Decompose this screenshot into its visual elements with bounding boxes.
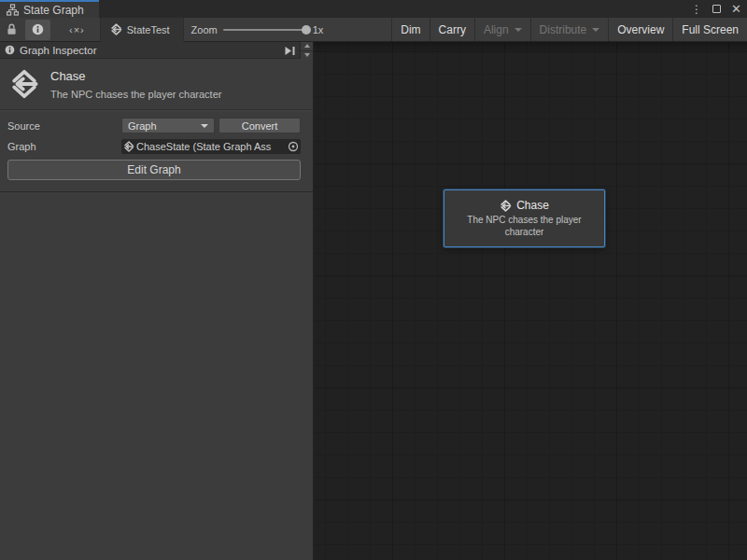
source-field-row: Source Graph Convert	[7, 118, 301, 133]
lock-button[interactable]	[0, 18, 23, 42]
node-description: The NPC chases the player character	[454, 215, 596, 238]
window-menu-icon[interactable]: ⋮	[691, 4, 702, 15]
breadcrumb-label: StateTest	[127, 24, 170, 35]
graph-inspector-panel: Graph Inspector	[0, 42, 314, 560]
maximize-icon[interactable]	[712, 5, 721, 13]
state-summary-section: Chase The NPC chases the player characte…	[0, 59, 313, 110]
graph-fields-section: Source Graph Convert Graph	[0, 110, 313, 192]
carry-label: Carry	[439, 23, 466, 36]
convert-button[interactable]: Convert	[218, 118, 301, 133]
zoom-value: 1x	[313, 24, 324, 35]
align-button[interactable]: Align	[474, 18, 530, 41]
source-dropdown[interactable]: Graph	[121, 118, 215, 133]
window-controls: ⋮ ✕	[691, 0, 741, 18]
dock-right-icon	[284, 46, 296, 56]
graph-toolbar: ‹×› StateTest Zoom	[0, 18, 747, 42]
zoom-control: Zoom 1x	[191, 24, 324, 35]
info-icon	[32, 23, 44, 35]
triangle-up-icon	[304, 44, 310, 48]
convert-label: Convert	[242, 120, 278, 132]
chevron-down-icon	[592, 28, 599, 32]
state-graph-window: State Graph ⋮ ✕	[0, 0, 747, 560]
object-picker-icon	[288, 141, 299, 152]
tab-bar: State Graph ⋮ ✕	[0, 0, 747, 18]
scroll-down-button[interactable]	[301, 50, 313, 60]
graph-object-field[interactable]: ChaseState (State Graph Ass	[121, 139, 301, 154]
full-screen-button[interactable]: Full Screen	[672, 18, 747, 41]
main-area: Graph Inspector	[0, 42, 747, 560]
source-label: Source	[7, 120, 121, 132]
inspector-header-controls	[280, 42, 313, 59]
scroll-up-button[interactable]	[301, 42, 313, 50]
zoom-label: Zoom	[191, 24, 218, 35]
triangle-down-icon	[304, 53, 310, 57]
close-icon[interactable]: ✕	[731, 3, 741, 15]
graph-label: Graph	[7, 141, 121, 152]
graph-controls: ChaseState (State Graph Ass	[121, 139, 301, 154]
source-controls: Graph Convert	[121, 118, 301, 133]
distribute-label: Distribute	[540, 23, 587, 36]
dim-label: Dim	[401, 23, 420, 36]
dim-button[interactable]: Dim	[391, 18, 429, 41]
chevron-down-icon	[201, 124, 208, 128]
inspector-title: Graph Inspector	[20, 45, 96, 56]
info-icon	[5, 45, 15, 55]
chase-state-node[interactable]: Chase The NPC chases the player characte…	[444, 189, 605, 247]
toolbar-left-group: ‹×› StateTest Zoom	[0, 18, 391, 41]
state-graph-icon	[9, 69, 39, 99]
dock-panel-button[interactable]	[280, 42, 300, 59]
graph-field-row: Graph ChaseState (Stat	[7, 138, 301, 154]
full-screen-label: Full Screen	[682, 23, 739, 36]
object-picker-button[interactable]	[288, 141, 299, 152]
edit-graph-button[interactable]: Edit Graph	[7, 160, 301, 180]
tab-title: State Graph	[23, 4, 84, 17]
inspector-empty-area	[0, 192, 313, 560]
graph-inspector-header: Graph Inspector	[0, 42, 313, 59]
lock-icon	[6, 22, 18, 36]
zoom-slider-handle[interactable]	[302, 25, 311, 35]
breadcrumb-state-test[interactable]: StateTest	[101, 18, 184, 42]
zoom-slider[interactable]	[223, 29, 307, 31]
code-icon: ‹×›	[69, 24, 85, 35]
state-graph-icon	[123, 141, 134, 152]
source-dropdown-value: Graph	[128, 120, 157, 132]
align-label: Align	[484, 23, 509, 36]
overview-button[interactable]: Overview	[608, 18, 672, 41]
inspector-toggle-button[interactable]	[25, 20, 50, 40]
graph-canvas[interactable]: Chase The NPC chases the player characte…	[314, 42, 747, 560]
overview-label: Overview	[617, 23, 664, 36]
chevron-down-icon	[514, 28, 522, 32]
graph-object-value: ChaseState (State Graph Ass	[136, 141, 286, 152]
state-graph-icon	[110, 23, 122, 35]
distribute-button[interactable]: Distribute	[530, 18, 609, 41]
state-graph-icon	[500, 200, 512, 212]
node-title: Chase	[516, 199, 549, 212]
state-title: Chase	[50, 69, 221, 83]
node-title-row: Chase	[500, 199, 549, 212]
toolbar-right-group: Dim Carry Align Distribute Overview Full…	[391, 18, 747, 41]
state-description: The NPC chases the player character	[50, 89, 221, 100]
graph-hierarchy-icon	[7, 4, 19, 16]
state-summary-text: Chase The NPC chases the player characte…	[50, 67, 221, 100]
edit-graph-label: Edit Graph	[127, 163, 180, 176]
scroll-spinner	[300, 42, 313, 59]
code-view-button[interactable]: ‹×›	[63, 18, 91, 42]
carry-button[interactable]: Carry	[430, 18, 474, 41]
tab-state-graph[interactable]: State Graph	[0, 0, 99, 18]
